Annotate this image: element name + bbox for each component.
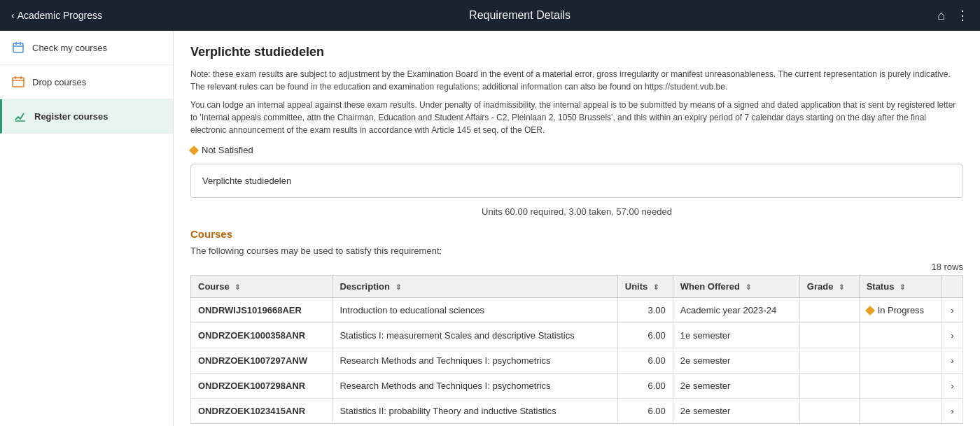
- status-cell: [859, 323, 941, 348]
- sort-icon: ⇕: [234, 283, 240, 291]
- sort-icon: ⇕: [839, 283, 844, 291]
- in-progress-label: In Progress: [878, 305, 924, 315]
- sidebar-item-check-courses[interactable]: Check my courses: [0, 31, 173, 65]
- table-row[interactable]: ONDRZOEK1007297ANWResearch Methods and T…: [191, 348, 963, 374]
- units-cell: 6.00: [617, 348, 673, 374]
- col-units[interactable]: Units ⇕: [617, 276, 673, 298]
- col-grade[interactable]: Grade ⇕: [799, 276, 859, 298]
- table-header-row: Course ⇕ Description ⇕ Units ⇕ When Offe…: [191, 276, 963, 298]
- app-header: ‹ Academic Progress Requirement Details …: [0, 0, 980, 31]
- calendar-icon: [11, 41, 25, 55]
- sidebar: Check my courses Drop courses Register: [0, 31, 174, 426]
- courses-table: Course ⇕ Description ⇕ Units ⇕ When Offe…: [190, 275, 963, 424]
- svg-rect-0: [13, 43, 23, 52]
- course-code-cell: ONDRZOEK1023415ANR: [191, 399, 332, 424]
- back-button[interactable]: ‹ Academic Progress: [11, 10, 102, 21]
- units-cell: 6.00: [617, 399, 673, 424]
- grade-cell: [799, 298, 859, 323]
- when-offered-cell: 2e semester: [673, 399, 799, 424]
- table-row[interactable]: ONDRZOEK1007298ANRResearch Methods and T…: [191, 374, 963, 399]
- grade-cell: [799, 323, 859, 348]
- row-chevron[interactable]: ›: [942, 374, 963, 399]
- note-text-2: You can lodge an internal appeal against…: [190, 99, 963, 136]
- status-cell: [859, 374, 941, 399]
- header-title: Requirement Details: [102, 9, 937, 22]
- status-label: Not Satisfied: [202, 145, 253, 155]
- when-offered-cell: 2e semester: [673, 374, 799, 399]
- description-cell: Research Methods and Techniques I: psych…: [332, 374, 617, 399]
- sort-icon: ⇕: [396, 283, 401, 291]
- drop-icon: [11, 75, 25, 89]
- sidebar-item-drop-courses[interactable]: Drop courses: [0, 65, 173, 99]
- col-when-offered[interactable]: When Offered ⇕: [673, 276, 799, 298]
- status-cell: [859, 399, 941, 424]
- col-chevron: [942, 276, 963, 298]
- courses-desc: The following courses may be used to sat…: [190, 246, 963, 256]
- when-offered-cell: 1e semester: [673, 323, 799, 348]
- home-icon[interactable]: ⌂: [937, 8, 945, 23]
- not-satisfied-icon: [189, 145, 199, 155]
- main-content: Verplichte studiedelen Note: these exam …: [174, 31, 980, 426]
- grade-cell: [799, 399, 859, 424]
- body-layout: Check my courses Drop courses Register: [0, 31, 980, 426]
- section-box-label: Verplichte studiedelen: [202, 176, 291, 186]
- course-code-cell: ONDRZOEK1007298ANR: [191, 374, 332, 399]
- table-row[interactable]: ONDRZOEK1000358ANRStatistics I: measurem…: [191, 323, 963, 348]
- menu-icon[interactable]: ⋮: [956, 8, 969, 23]
- sort-icon: ⇕: [746, 283, 751, 291]
- status-badge: Not Satisfied: [190, 145, 963, 155]
- row-chevron[interactable]: ›: [942, 399, 963, 424]
- units-cell: 3.00: [617, 298, 673, 323]
- units-row: Units 60.00 required, 3.00 taken, 57.00 …: [190, 206, 963, 217]
- rows-count: 18 rows: [190, 262, 963, 272]
- course-code-cell: ONDRZOEK1000358ANR: [191, 323, 332, 348]
- sidebar-item-register-courses[interactable]: Register courses: [0, 99, 173, 134]
- grade-cell: [799, 348, 859, 374]
- table-row[interactable]: ONDRZOEK1023415ANRStatistics II: probabi…: [191, 399, 963, 424]
- description-cell: Statistics II: probability Theory and in…: [332, 399, 617, 424]
- row-chevron[interactable]: ›: [942, 298, 963, 323]
- units-cell: 6.00: [617, 374, 673, 399]
- sidebar-item-label: Drop courses: [32, 77, 86, 87]
- course-code-cell: ONDRZOEK1007297ANW: [191, 348, 332, 374]
- section-box: Verplichte studiedelen: [190, 164, 963, 198]
- back-chevron-icon: ‹: [11, 10, 15, 21]
- sort-icon: ⇕: [653, 283, 659, 291]
- description-cell: Introduction to educational sciences: [332, 298, 617, 323]
- status-cell: [859, 348, 941, 374]
- courses-heading: Courses: [190, 228, 963, 240]
- when-offered-cell: 2e semester: [673, 348, 799, 374]
- register-icon: [13, 109, 27, 123]
- units-cell: 6.00: [617, 323, 673, 348]
- when-offered-cell: Academic year 2023-24: [673, 298, 799, 323]
- svg-rect-4: [13, 78, 24, 87]
- back-label: Academic Progress: [18, 10, 102, 21]
- row-chevron[interactable]: ›: [942, 348, 963, 374]
- in-progress-icon: [865, 305, 875, 315]
- col-description[interactable]: Description ⇕: [332, 276, 617, 298]
- page-title: Verplichte studiedelen: [190, 45, 963, 59]
- status-cell: In Progress: [859, 298, 941, 323]
- description-cell: Statistics I: measurement Scales and des…: [332, 323, 617, 348]
- col-course[interactable]: Course ⇕: [191, 276, 332, 298]
- grade-cell: [799, 374, 859, 399]
- sort-icon: ⇕: [899, 283, 905, 291]
- description-cell: Research Methods and Techniques I: psych…: [332, 348, 617, 374]
- note-text-1: Note: these exam results are subject to …: [190, 68, 963, 93]
- sidebar-item-label: Register courses: [34, 111, 108, 122]
- table-row[interactable]: ONDRWIJS1019668AERIntroduction to educat…: [191, 298, 963, 323]
- col-status[interactable]: Status ⇕: [859, 276, 941, 298]
- sidebar-item-label: Check my courses: [32, 43, 107, 53]
- course-code-cell: ONDRWIJS1019668AER: [191, 298, 332, 323]
- header-actions: ⌂ ⋮: [937, 8, 969, 23]
- row-chevron[interactable]: ›: [942, 323, 963, 348]
